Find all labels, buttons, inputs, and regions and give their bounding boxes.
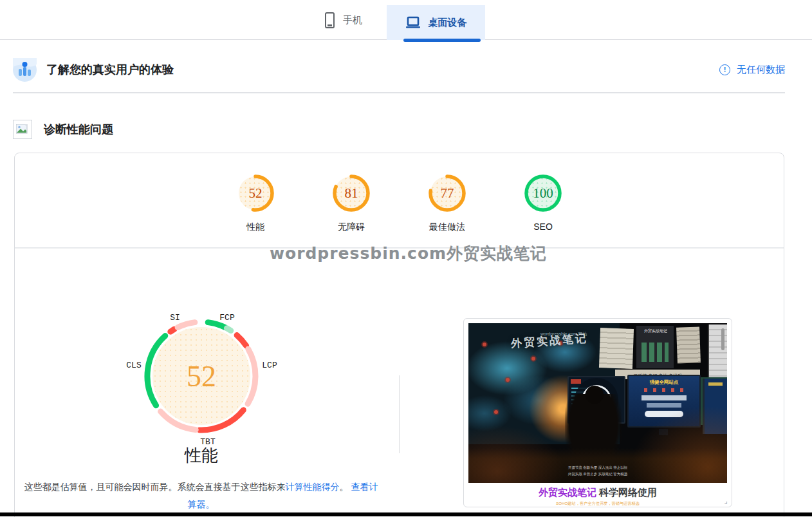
thumbnail-caption-small: SOHO建站，客户全方位开发，营销与运营精选 (517, 501, 678, 507)
column-divider (399, 375, 400, 453)
score-gauge-best-practices[interactable]: 77 最佳做法 (414, 174, 480, 233)
tab-mobile-label: 手机 (343, 14, 362, 26)
poster-graphic (676, 326, 701, 363)
metric-label-si: SI (170, 313, 180, 323)
map-marker (494, 410, 498, 414)
monitor-box (641, 395, 687, 400)
poster-graphic: 外贸实战笔记 (636, 326, 674, 368)
gauge-circle: 100 (524, 174, 562, 212)
score-value: 52 (237, 174, 274, 212)
thumbnail-caption: 外贸实战笔记 科学网络使用 (468, 487, 727, 499)
score-label: SEO (533, 221, 553, 232)
category-scores-row: 52 性能 81 无障碍 77 最佳做法 (15, 174, 784, 233)
section-divider (13, 92, 785, 93)
performance-title: 性能 (127, 444, 275, 467)
score-value: 100 (524, 174, 562, 212)
no-data-link[interactable]: ! 无任何数据 (719, 64, 785, 76)
field-data-section-header: 了解您的真实用户的体验 ! 无任何数据 (13, 57, 785, 82)
gauge-circle: 52 (237, 174, 274, 212)
performance-score: 52 (152, 327, 250, 425)
active-tab-indicator (403, 39, 481, 42)
scrollbar-graphic (721, 328, 724, 350)
tab-desktop[interactable]: 桌面设备 (387, 5, 485, 40)
image-footer-line1: 开源节流 创新为要 深入浅出 持之以恒 (526, 465, 669, 470)
score-gauge-seo[interactable]: 100 SEO (510, 174, 576, 233)
performance-gauge[interactable]: 52 SI FCP LCP TBT CLS (127, 308, 275, 447)
map-marker (506, 378, 510, 382)
caption-brand: 外贸实战笔记 (539, 487, 596, 498)
disclaimer-text: 这些都是估算值，且可能会因时而异。系统会直接基于这些指标来 (24, 482, 286, 492)
person-head (586, 386, 604, 404)
no-data-label: 无任何数据 (737, 64, 785, 76)
watermark-text: wordpressbin.com外贸实战笔记 (270, 243, 547, 264)
metric-label-lcp: LCP (262, 361, 277, 370)
score-value: 77 (429, 174, 466, 212)
score-label: 性能 (246, 221, 264, 233)
monitor-heading: 强健全网站点 (638, 379, 691, 386)
monitor-dots (640, 388, 688, 392)
device-tabbar: 手机 桌面设备 (0, 0, 812, 40)
phone-icon (325, 12, 335, 28)
field-section-title: 了解您的真实用户的体验 (46, 62, 174, 77)
lab-section-title: 诊断性能问题 (44, 122, 113, 137)
image-footer-line2: 外贸实战 未曾止步 实战笔记 皆为精选 (526, 471, 669, 476)
metric-label-fcp: FCP (219, 313, 234, 323)
score-label: 最佳做法 (429, 221, 465, 233)
lab-section-header: 诊断性能问题 (13, 120, 113, 139)
laptop-icon (405, 16, 421, 29)
tab-mobile[interactable]: 手机 (320, 0, 367, 40)
metric-label-cls: CLS (126, 361, 141, 370)
poster-graphic (599, 328, 634, 369)
caption-rest: 科学网络使用 (596, 487, 657, 498)
tab-desktop-label: 桌面设备 (429, 17, 467, 29)
expand-icon[interactable]: ⌟ (724, 497, 728, 505)
crux-users-icon (13, 58, 37, 82)
poster-text: 外贸实战笔记 (644, 328, 667, 334)
map-marker (483, 343, 486, 346)
map-marker (531, 357, 535, 361)
score-gauge-accessibility[interactable]: 81 无障碍 (318, 174, 384, 233)
score-label: 无障碍 (338, 221, 365, 233)
screenshot-image: wordpressbin.com 网站 外贸实战笔记 外贸实战笔记 黑科技 多词… (468, 323, 727, 483)
bottom-window-edge (0, 512, 812, 516)
disclaimer-separator: 。 (340, 482, 351, 492)
gauge-circle: 81 (333, 174, 370, 212)
gauge-circle: 77 (429, 174, 466, 212)
score-value: 81 (333, 174, 370, 212)
info-icon: ! (719, 64, 730, 75)
estimate-disclaimer: 这些都是估算值，且可能会因时而异。系统会直接基于这些指标来计算性能得分。 查看计… (20, 478, 382, 513)
score-gauge-performance[interactable]: 52 性能 (223, 174, 288, 233)
gauge-fill: 52 (152, 327, 250, 425)
calc-score-link[interactable]: 计算性能得分 (286, 482, 340, 492)
final-screenshot-thumbnail[interactable]: wordpressbin.com 网站 外贸实战笔记 外贸实战笔记 黑科技 多词… (463, 318, 732, 507)
broken-image-icon (13, 120, 32, 139)
monitor-tag (571, 379, 581, 384)
lighthouse-report-card: 52 性能 81 无障碍 77 最佳做法 (14, 153, 784, 517)
